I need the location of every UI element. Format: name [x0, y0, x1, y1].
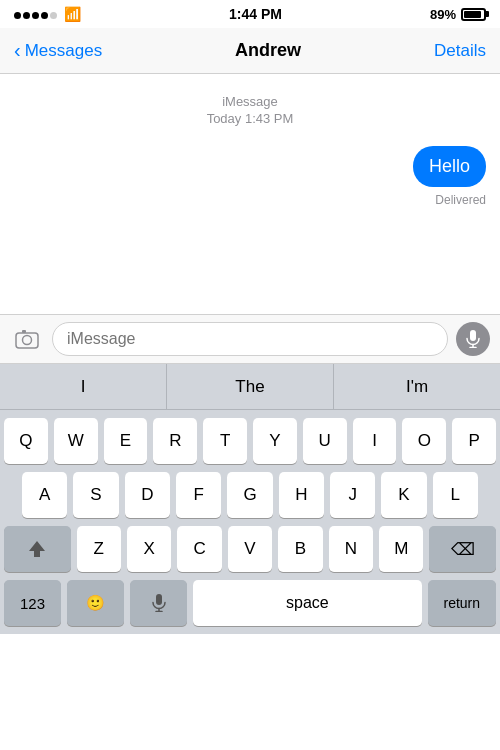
camera-button[interactable] — [10, 322, 44, 356]
key-e[interactable]: E — [104, 418, 148, 464]
back-label: Messages — [25, 41, 102, 61]
keyboard: Q W E R T Y U I O P A S D F G H J K L Z … — [0, 410, 500, 634]
key-f[interactable]: F — [176, 472, 221, 518]
key-j[interactable]: J — [330, 472, 375, 518]
key-y[interactable]: Y — [253, 418, 297, 464]
return-key[interactable]: return — [428, 580, 496, 626]
key-p[interactable]: P — [452, 418, 496, 464]
predictive-item-1[interactable]: I — [0, 364, 167, 409]
key-m[interactable]: M — [379, 526, 423, 572]
input-bar — [0, 314, 500, 364]
message-bubble: Hello — [413, 146, 486, 187]
svg-marker-6 — [29, 541, 45, 557]
nav-bar: ‹ Messages Andrew Details — [0, 28, 500, 74]
key-a[interactable]: A — [22, 472, 67, 518]
status-time: 1:44 PM — [229, 6, 282, 22]
battery-percent: 89% — [430, 7, 456, 22]
status-right: 89% — [430, 7, 486, 22]
key-l[interactable]: L — [433, 472, 478, 518]
key-k[interactable]: K — [381, 472, 426, 518]
messages-area: iMessage Today 1:43 PM Hello Delivered — [0, 74, 500, 314]
wifi-icon: 📶 — [64, 6, 81, 22]
predictive-item-3[interactable]: I'm — [334, 364, 500, 409]
battery-icon — [461, 8, 486, 21]
status-left: 📶 — [14, 6, 81, 22]
keyboard-bottom-row: 123 🙂 space return — [4, 580, 496, 626]
back-button[interactable]: ‹ Messages — [14, 41, 102, 61]
key-v[interactable]: V — [228, 526, 272, 572]
svg-rect-3 — [470, 330, 476, 341]
key-b[interactable]: B — [278, 526, 322, 572]
key-i[interactable]: I — [353, 418, 397, 464]
keyboard-row-1: Q W E R T Y U I O P — [4, 418, 496, 464]
mic-key[interactable] — [130, 580, 187, 626]
key-g[interactable]: G — [227, 472, 272, 518]
message-bubble-row: Hello — [14, 146, 486, 187]
key-d[interactable]: D — [125, 472, 170, 518]
keyboard-row-2: A S D F G H J K L — [4, 472, 496, 518]
key-o[interactable]: O — [402, 418, 446, 464]
status-bar: 📶 1:44 PM 89% — [0, 0, 500, 28]
delete-key[interactable]: ⌫ — [429, 526, 496, 572]
delivered-label: Delivered — [14, 193, 486, 207]
predictive-item-2[interactable]: The — [167, 364, 334, 409]
details-button[interactable]: Details — [434, 41, 486, 61]
key-u[interactable]: U — [303, 418, 347, 464]
emoji-key[interactable]: 🙂 — [67, 580, 124, 626]
svg-rect-7 — [156, 594, 162, 605]
key-z[interactable]: Z — [77, 526, 121, 572]
key-t[interactable]: T — [203, 418, 247, 464]
key-r[interactable]: R — [153, 418, 197, 464]
key-c[interactable]: C — [177, 526, 221, 572]
signal-dots — [14, 7, 59, 22]
space-key[interactable]: space — [193, 580, 421, 626]
back-chevron-icon: ‹ — [14, 40, 21, 60]
svg-rect-2 — [22, 330, 26, 333]
imessage-label: iMessage — [222, 94, 278, 109]
shift-key[interactable] — [4, 526, 71, 572]
key-w[interactable]: W — [54, 418, 98, 464]
svg-point-1 — [23, 336, 32, 345]
key-n[interactable]: N — [329, 526, 373, 572]
keyboard-row-3: Z X C V B N M ⌫ — [4, 526, 496, 572]
key-x[interactable]: X — [127, 526, 171, 572]
key-s[interactable]: S — [73, 472, 118, 518]
key-q[interactable]: Q — [4, 418, 48, 464]
numbers-key[interactable]: 123 — [4, 580, 61, 626]
nav-title: Andrew — [235, 40, 301, 61]
key-h[interactable]: H — [279, 472, 324, 518]
predictive-bar: I The I'm — [0, 364, 500, 410]
mic-button[interactable] — [456, 322, 490, 356]
message-input[interactable] — [52, 322, 448, 356]
message-time: Today 1:43 PM — [207, 111, 294, 126]
